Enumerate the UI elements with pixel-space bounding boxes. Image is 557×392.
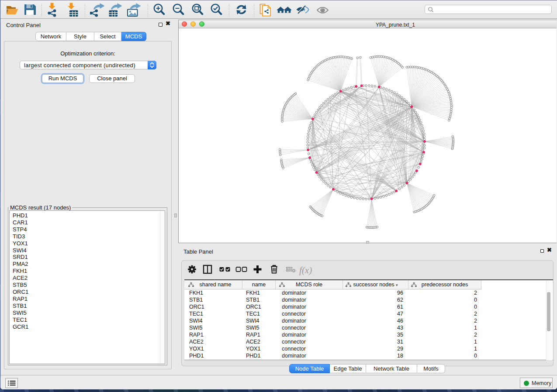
svg-text:f(x): f(x) bbox=[299, 265, 312, 275]
